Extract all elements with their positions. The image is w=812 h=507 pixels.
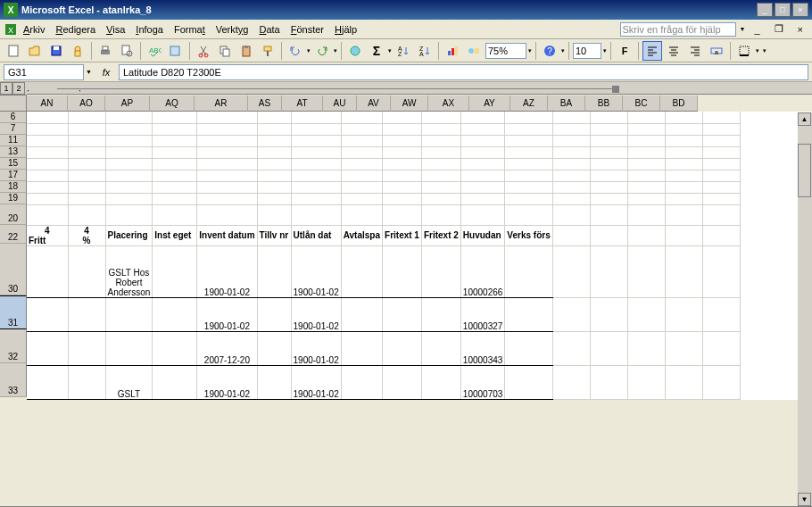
- header-cell[interactable]: Fritext 1: [383, 225, 422, 245]
- help-icon[interactable]: ?: [540, 41, 559, 61]
- cell-AR30[interactable]: 1900-01-02: [197, 245, 257, 297]
- cell-AR11[interactable]: [197, 135, 257, 146]
- cell-AR19[interactable]: [197, 193, 257, 204]
- cell-BD30[interactable]: [702, 245, 740, 297]
- maximize-button[interactable]: □: [775, 3, 791, 17]
- cell-AV31[interactable]: [383, 297, 422, 331]
- header-cell[interactable]: [627, 225, 665, 245]
- cell-AV17[interactable]: [383, 170, 422, 181]
- cell-AP33[interactable]: GSLT: [105, 365, 153, 399]
- cell-AN19[interactable]: [27, 193, 68, 204]
- header-cell[interactable]: Tillv nr: [257, 225, 291, 245]
- cell-AW13[interactable]: [421, 146, 460, 158]
- undo-icon[interactable]: [286, 41, 305, 61]
- cell-BD11[interactable]: [702, 135, 740, 146]
- drawing-toolbar-icon[interactable]: [464, 41, 484, 61]
- bold-button[interactable]: F: [615, 41, 634, 61]
- cell-BD33[interactable]: [702, 365, 740, 399]
- cell-AO33[interactable]: [68, 365, 105, 399]
- cell-BB31[interactable]: [627, 297, 665, 331]
- cell-AW19[interactable]: [421, 193, 460, 204]
- cell-AY7[interactable]: [505, 123, 552, 135]
- cell-AS20[interactable]: [257, 204, 291, 225]
- cell-AT32[interactable]: 1900-01-02: [291, 331, 341, 365]
- header-cell[interactable]: Placering: [105, 225, 153, 245]
- cell-AQ19[interactable]: [153, 193, 197, 204]
- cell-BA30[interactable]: [590, 245, 627, 297]
- cell-BB7[interactable]: [627, 123, 665, 135]
- col-header-AP[interactable]: AP: [105, 96, 150, 112]
- cell-AO20[interactable]: [68, 204, 105, 225]
- cell-BC15[interactable]: [665, 158, 702, 170]
- cell-AY15[interactable]: [505, 158, 552, 170]
- cell-AQ17[interactable]: [153, 170, 197, 181]
- cell-AZ11[interactable]: [552, 135, 590, 146]
- cell-BB19[interactable]: [627, 193, 665, 204]
- cell-AR13[interactable]: [197, 146, 257, 158]
- cell-AO7[interactable]: [68, 123, 105, 135]
- cell-AQ33[interactable]: [153, 365, 197, 399]
- cell-AO17[interactable]: [68, 170, 105, 181]
- col-header-AN[interactable]: AN: [27, 96, 68, 112]
- row-header-31[interactable]: 31: [0, 295, 27, 329]
- cell-AV19[interactable]: [383, 193, 422, 204]
- column-outline-bar[interactable]: · ·: [27, 82, 812, 95]
- header-cell[interactable]: [665, 225, 702, 245]
- cell-BD20[interactable]: [702, 204, 740, 225]
- cell-AV20[interactable]: [383, 204, 422, 225]
- doc-restore-button[interactable]: ❐: [769, 21, 789, 37]
- col-header-AW[interactable]: AW: [391, 96, 428, 112]
- cell-AT33[interactable]: 1900-01-02: [291, 365, 341, 399]
- redo-dropdown-icon[interactable]: ▾: [334, 47, 337, 54]
- cell-AZ7[interactable]: [552, 123, 590, 135]
- cell-AU19[interactable]: [341, 193, 382, 204]
- header-cell[interactable]: Fritext 2: [421, 225, 460, 245]
- row-header-33[interactable]: 33: [0, 363, 27, 397]
- cell-AP31[interactable]: [105, 297, 153, 331]
- cell-AU31[interactable]: [341, 297, 382, 331]
- cell-BC33[interactable]: [665, 365, 702, 399]
- cell-AY13[interactable]: [505, 146, 552, 158]
- header-cell[interactable]: Avtalspa: [341, 225, 382, 245]
- autosum-icon[interactable]: Σ: [367, 41, 386, 61]
- cell-AZ13[interactable]: [552, 146, 590, 158]
- cell-AO19[interactable]: [68, 193, 105, 204]
- cell-BC19[interactable]: [665, 193, 702, 204]
- cell-BD13[interactable]: [702, 146, 740, 158]
- cell-AQ11[interactable]: [153, 135, 197, 146]
- cell-AZ6[interactable]: [552, 112, 590, 123]
- cell-AQ32[interactable]: [153, 331, 197, 365]
- row-header-22[interactable]: 22: [0, 225, 27, 244]
- cell-AR18[interactable]: [197, 181, 257, 193]
- cell-BD7[interactable]: [702, 123, 740, 135]
- scroll-down-button[interactable]: ▼: [798, 493, 811, 506]
- cell-AP6[interactable]: [105, 112, 153, 123]
- cell-BB17[interactable]: [627, 170, 665, 181]
- col-header-BA[interactable]: BA: [548, 96, 585, 112]
- cell-AR17[interactable]: [197, 170, 257, 181]
- cell-AO18[interactable]: [68, 181, 105, 193]
- menu-format[interactable]: Format: [169, 22, 211, 37]
- header-cell[interactable]: Inst eget: [153, 225, 197, 245]
- cell-AR6[interactable]: [197, 112, 257, 123]
- open-icon[interactable]: [25, 41, 45, 61]
- align-right-button[interactable]: [685, 41, 705, 61]
- cell-BA31[interactable]: [590, 297, 627, 331]
- cell-AP13[interactable]: [105, 146, 153, 158]
- cell-AN17[interactable]: [27, 170, 68, 181]
- cell-AS31[interactable]: [257, 297, 291, 331]
- autosum-dropdown-icon[interactable]: ▾: [388, 47, 392, 54]
- cell-AN33[interactable]: [27, 365, 68, 399]
- cell-BB13[interactable]: [627, 146, 665, 158]
- fontsize-combo[interactable]: [573, 43, 601, 59]
- cell-AZ33[interactable]: [552, 365, 590, 399]
- redo-icon[interactable]: [312, 41, 332, 61]
- chart-wizard-icon[interactable]: [443, 41, 462, 61]
- cell-AT30[interactable]: 1900-01-02: [291, 245, 341, 297]
- vscroll-thumb[interactable]: [798, 144, 811, 197]
- header-cell[interactable]: Huvudan: [460, 225, 505, 245]
- cell-BB32[interactable]: [627, 331, 665, 365]
- cell-AS19[interactable]: [257, 193, 291, 204]
- cell-AX11[interactable]: [460, 135, 505, 146]
- cell-BB33[interactable]: [627, 365, 665, 399]
